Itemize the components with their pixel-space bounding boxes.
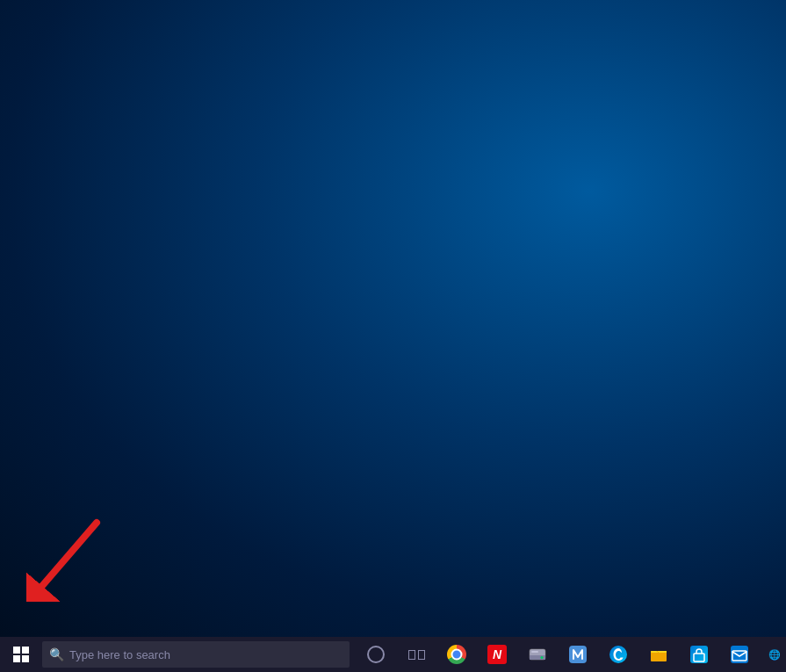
task-view-button[interactable] xyxy=(397,637,436,672)
miro-icon xyxy=(568,645,588,664)
file-explorer-button[interactable] xyxy=(639,637,678,672)
chrome-button[interactable] xyxy=(437,637,476,672)
svg-rect-6 xyxy=(569,646,587,663)
svg-rect-5 xyxy=(531,651,538,653)
netflix-button[interactable]: N xyxy=(478,637,516,672)
search-icon: 🔍 xyxy=(49,647,64,661)
drive-icon xyxy=(528,645,547,664)
edge-icon xyxy=(609,645,628,664)
store-icon xyxy=(689,645,709,664)
desktop xyxy=(0,0,786,637)
netflix-icon: N xyxy=(487,645,507,664)
cortana-button[interactable] xyxy=(357,637,395,672)
mail-button[interactable] xyxy=(720,637,759,672)
arrow-annotation xyxy=(26,514,114,602)
network-tray-icon[interactable]: 🌐 xyxy=(766,647,783,662)
svg-rect-9 xyxy=(651,651,657,653)
system-tray: 🌐 🔊 12:00 PM 1/1/2024 xyxy=(759,634,786,672)
mail-icon xyxy=(730,645,749,664)
store-button[interactable] xyxy=(680,637,718,672)
chrome-icon xyxy=(447,645,466,664)
cortana-icon xyxy=(367,646,385,663)
taskbar-icons: N xyxy=(357,637,759,672)
task-view-icon xyxy=(408,650,425,660)
windows-logo-icon xyxy=(13,647,29,662)
taskbar: 🔍 Type here to search N xyxy=(0,637,786,672)
svg-point-4 xyxy=(541,656,544,659)
start-button[interactable] xyxy=(0,637,42,672)
search-bar[interactable]: 🔍 Type here to search xyxy=(42,641,350,668)
file-explorer-icon xyxy=(649,645,668,664)
svg-rect-10 xyxy=(690,646,708,663)
edge-button[interactable] xyxy=(599,637,638,672)
search-placeholder-text: Type here to search xyxy=(69,648,170,661)
svg-line-1 xyxy=(42,523,97,586)
drive-button[interactable] xyxy=(518,637,557,672)
miro-button[interactable] xyxy=(559,637,597,672)
